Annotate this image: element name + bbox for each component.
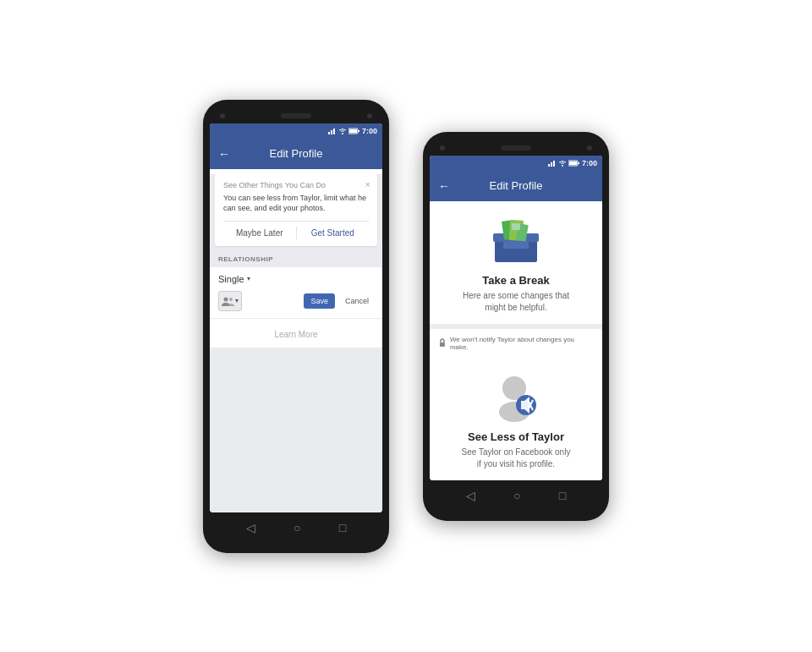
banner-title: See Other Things You Can Do [223,181,369,189]
see-less-card: See Less of Taylor See Taylor on Faceboo… [430,358,602,480]
status-icons-left: 7:00 [328,127,377,135]
camera-icon-left [220,113,225,118]
take-break-icon [486,215,546,266]
phone-bottom-left: ◁ ○ □ [210,512,382,543]
app-bar-left: ← Edit Profile [210,139,382,169]
banner-body: You can see less from Taylor, limit what… [223,193,369,214]
svg-rect-12 [569,162,577,165]
status-bar-left: 7:00 [210,123,382,139]
svg-rect-20 [512,223,520,230]
camera-icon-right [440,145,445,151]
screen-left: 7:00 ← Edit Profile See Other Things You… [210,123,382,512]
svg-rect-0 [328,132,330,134]
nav-back-left[interactable]: ◁ [246,521,255,534]
get-started-button[interactable]: Get Started [297,227,370,239]
status-time-left: 7:00 [362,127,377,135]
lock-icon [438,338,447,348]
back-button-left[interactable]: ← [218,147,230,161]
svg-point-7 [229,298,233,301]
learn-more-section: Learn More [210,318,382,348]
see-less-title: See Less of Taylor [440,430,592,443]
relationship-section-body: Single ▾ ▾ [210,267,382,318]
phone-right: 7:00 ← Edit Profile [423,132,609,521]
privacy-note-text: We won't notify Taylor about changes you… [450,336,594,351]
svg-rect-5 [358,130,359,132]
nav-back-right[interactable]: ◁ [466,489,475,502]
battery-icon-right [568,160,580,167]
people-icon-box[interactable]: ▾ [218,291,242,311]
see-less-illustration [491,371,541,422]
break-card: Take a Break Here are some changes thatm… [430,201,602,329]
people-icon [222,296,235,306]
banner-actions: Maybe Later Get Started [223,221,369,239]
front-cam-right [587,145,592,151]
take-break-title: Take a Break [440,274,592,287]
svg-rect-1 [331,130,332,134]
signal-icon-right [548,160,557,167]
app-bar-title-left: Edit Profile [237,147,355,160]
relationship-value: Single [218,274,244,284]
front-cam-left [367,113,372,118]
phone-bottom-right: ◁ ○ □ [430,480,602,511]
learn-more-button[interactable]: Learn More [274,330,317,339]
relationship-row: ▾ Save Cancel [218,291,374,311]
screen-content-left: See Other Things You Can Do You can see … [210,174,382,512]
banner-close-icon[interactable]: × [365,179,370,189]
see-less-icon [491,371,541,422]
maybe-later-button[interactable]: Maybe Later [223,227,297,239]
banner-card: See Other Things You Can Do You can see … [215,174,377,246]
dropdown-arrow-icon: ▾ [247,275,250,282]
scene: 7:00 ← Edit Profile See Other Things You… [203,100,609,553]
app-bar-title-right: Edit Profile [457,179,575,192]
speaker-right [501,145,531,151]
svg-rect-4 [349,129,357,133]
status-bar-right: 7:00 [430,156,602,171]
status-icons-right: 7:00 [548,159,597,167]
nav-recents-right[interactable]: □ [559,489,566,502]
phone-left: 7:00 ← Edit Profile See Other Things You… [203,100,389,553]
status-time-right: 7:00 [582,159,597,167]
nav-home-right[interactable]: ○ [513,489,520,502]
svg-rect-21 [440,342,445,347]
people-dropdown-arrow: ▾ [235,297,239,304]
privacy-note: We won't notify Taylor about changes you… [430,329,602,358]
svg-rect-16 [503,242,529,249]
svg-rect-13 [578,162,579,164]
battery-icon-left [348,128,360,134]
nav-home-left[interactable]: ○ [294,521,300,534]
save-button[interactable]: Save [304,293,335,309]
phone-top-left [210,110,382,123]
take-break-subtitle: Here are some changes thatmight be helpf… [440,290,592,314]
speaker-left [281,113,311,118]
see-less-subtitle: See Taylor on Facebook onlyif you visit … [440,447,592,470]
signal-icon-left [328,128,337,134]
archive-illustration [486,215,546,266]
svg-rect-8 [548,164,550,167]
relationship-dropdown[interactable]: Single ▾ [218,274,374,284]
relationship-section-header: RELATIONSHIP [210,251,382,267]
back-button-right[interactable]: ← [438,179,450,193]
svg-rect-2 [333,129,335,134]
take-break-screen: Take a Break Here are some changes thatm… [430,201,602,480]
svg-rect-10 [553,161,555,167]
svg-rect-9 [551,162,552,167]
nav-recents-left[interactable]: □ [339,521,346,534]
screen-right: 7:00 ← Edit Profile [430,156,602,480]
app-bar-right: ← Edit Profile [430,171,602,201]
phone-top-right [430,142,602,156]
wifi-icon-left [338,128,347,134]
wifi-icon-right [558,160,567,167]
cancel-button[interactable]: Cancel [340,293,374,309]
svg-point-6 [224,297,228,301]
